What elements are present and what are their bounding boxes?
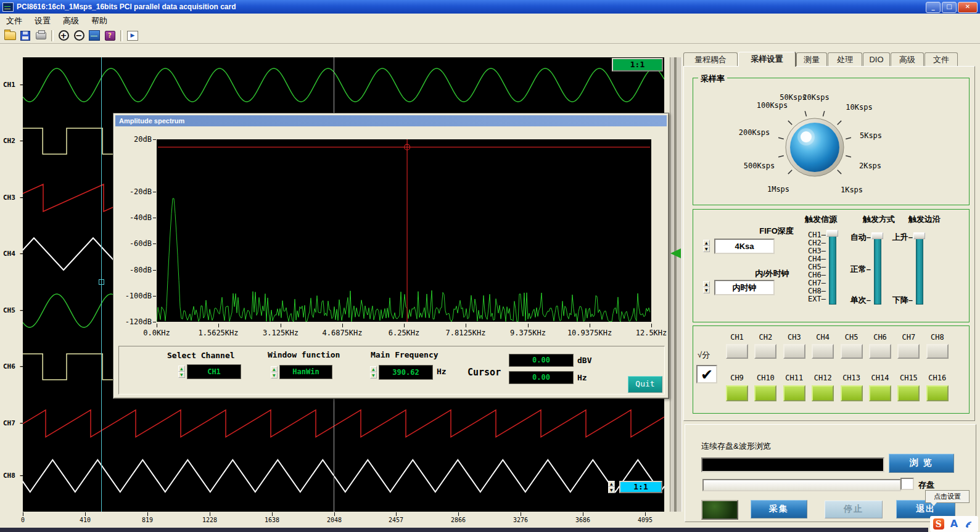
channel-button-ch7[interactable] <box>897 344 920 359</box>
channel-button-ch13[interactable] <box>841 385 863 401</box>
storage-path-field[interactable] <box>701 457 884 472</box>
maximize-icon[interactable]: □ <box>942 2 957 13</box>
storage-title: 连续存盘&波形浏览 <box>701 441 771 452</box>
spectrum-x-tick-label: 1.5625KHz <box>191 329 246 337</box>
trigger-level-arrow-icon[interactable] <box>670 248 681 258</box>
channel-button-ch9[interactable] <box>726 385 748 401</box>
trigger-edge-slider-handle[interactable] <box>913 232 925 239</box>
minimize-icon[interactable]: _ <box>926 2 941 13</box>
window-function-spinner[interactable]: ▲▼ <box>271 366 278 379</box>
quit-button[interactable]: Quit <box>628 376 662 393</box>
scope-x-tick <box>396 512 397 516</box>
spectrum-x-tick <box>218 324 219 327</box>
signal-icon[interactable] <box>964 518 975 530</box>
trigger-source-item-ch8[interactable]: CH8– <box>788 287 826 295</box>
knob-tick <box>846 155 851 157</box>
spectrum-y-tick <box>153 296 156 297</box>
dialog-titlebar[interactable]: Amplitude spectrum <box>115 115 667 126</box>
menu-settings[interactable]: 设置 <box>28 14 57 28</box>
channel-button-ch12[interactable] <box>812 385 834 401</box>
spectrum-y-tick <box>153 322 156 322</box>
toolbar-separator <box>120 30 123 41</box>
help-button[interactable]: ? <box>102 29 117 43</box>
trigger-mode-item[interactable]: 自动– <box>833 232 871 243</box>
trigger-edge-item[interactable]: 上升– <box>875 232 913 243</box>
zoom-out-button[interactable]: − <box>72 29 86 43</box>
channel-button-ch8[interactable] <box>926 344 949 359</box>
trigger-edge-slider[interactable] <box>916 235 923 305</box>
channel-button-ch6[interactable] <box>869 344 891 359</box>
scope-x-tick-label: 1638 <box>257 517 287 523</box>
tab-sampling-settings[interactable]: 采样设置 <box>738 52 796 67</box>
trigger-source-item-ch5[interactable]: CH5– <box>788 263 826 271</box>
channel-button-ch11[interactable] <box>783 385 805 401</box>
channel-button-ch15[interactable] <box>897 385 920 401</box>
channel-button-ch14[interactable] <box>869 385 891 401</box>
clock-source-spinner[interactable]: ▲▼ <box>703 281 710 293</box>
trigger-edge-item[interactable]: 下降– <box>875 295 913 306</box>
channel-button-ch4[interactable] <box>812 344 834 359</box>
browse-button[interactable]: 浏 览 <box>889 454 954 473</box>
main-frequency-spinner[interactable]: ▲▼ <box>370 366 377 379</box>
acquire-button[interactable]: 采集 <box>751 500 807 518</box>
select-channel-spinner[interactable]: ▲▼ <box>178 366 185 378</box>
trigger-source-item-ch7[interactable]: CH7– <box>788 279 826 287</box>
spectrum-x-tick-label: 7.8125KHz <box>438 329 493 337</box>
trigger-source-item-ch4[interactable]: CH4– <box>788 255 826 263</box>
scope-zoom-spinner[interactable]: ▲▼ <box>608 481 615 493</box>
spectrum-noise-trace <box>157 198 650 322</box>
save-button[interactable] <box>18 29 33 43</box>
spectrum-window-button[interactable] <box>87 29 102 43</box>
tab-file[interactable]: 文件 <box>924 52 958 66</box>
trigger-source-item-ch6[interactable]: CH6– <box>788 271 826 279</box>
knob-tick <box>838 170 841 174</box>
menubar: 文件 设置 高级 帮助 <box>0 14 980 28</box>
channel-button-ch3[interactable] <box>783 344 805 359</box>
clock-source-field[interactable]: 内时钟 <box>714 280 775 295</box>
letter-a-icon[interactable]: A <box>950 518 958 530</box>
sogou-s-icon[interactable]: S <box>933 518 944 530</box>
window-title: PCI8616:16ch_1Msps_16bits PCI parallel d… <box>17 2 236 11</box>
channel-button-ch2[interactable] <box>754 344 776 359</box>
zoom-in-button[interactable]: + <box>56 29 71 43</box>
print-button[interactable] <box>33 29 48 43</box>
run-button[interactable]: ▶ <box>125 29 140 43</box>
spinner-up-icon[interactable]: ▲ <box>608 481 615 487</box>
spectrum-x-tick <box>466 324 466 327</box>
menu-file[interactable]: 文件 <box>0 14 28 28</box>
scope-scrollbar[interactable] <box>670 57 682 512</box>
trigger-mode-item[interactable]: 单次– <box>833 295 871 306</box>
menu-advanced[interactable]: 高级 <box>57 14 85 28</box>
fifo-depth-spinner[interactable]: ▲▼ <box>703 240 710 252</box>
select-channel-value[interactable]: CH1 <box>187 364 241 379</box>
tab-range-coupling[interactable]: 量程耦合 <box>683 52 738 66</box>
channel-button-ch16[interactable] <box>926 385 949 401</box>
channel-button-ch10[interactable] <box>754 385 776 401</box>
open-file-button[interactable] <box>2 29 17 43</box>
window-function-label: Window function <box>268 350 340 359</box>
save-checkbox[interactable] <box>900 478 914 490</box>
sample-rate-group-title: 采样率 <box>698 73 727 84</box>
menu-help[interactable]: 帮助 <box>85 14 113 28</box>
trigger-mode-item[interactable]: 正常– <box>833 264 871 275</box>
fifo-depth-field[interactable]: 4Ksa <box>714 239 775 254</box>
close-icon[interactable]: ✕ <box>958 2 978 13</box>
tab-advanced[interactable]: 高级 <box>891 52 924 66</box>
trigger-source-item-ch2[interactable]: CH2– <box>788 239 826 247</box>
spectrum-y-tick <box>153 218 156 218</box>
spinner-down-icon[interactable]: ▼ <box>608 487 615 493</box>
channel-button-ch1[interactable] <box>726 344 748 359</box>
window-function-value[interactable]: HanWin <box>279 365 332 379</box>
main-frequency-value[interactable]: 390.62 <box>379 365 433 380</box>
spectrum-x-tick <box>157 324 157 327</box>
tab-process[interactable]: 处理 <box>828 52 862 66</box>
scope-cursor-handle[interactable] <box>99 279 104 285</box>
trigger-source-item-ch3[interactable]: CH3– <box>788 247 826 255</box>
trigger-source-item-ch1[interactable]: CH1– <box>788 231 826 239</box>
channel-button-ch5[interactable] <box>841 344 863 359</box>
tab-dio[interactable]: DIO <box>863 52 890 66</box>
trigger-source-item-ext[interactable]: EXT– <box>788 295 826 303</box>
spectrum-y-tick-label: -40dB <box>116 213 152 222</box>
split-mode-checkbox[interactable]: ✔ <box>696 365 717 383</box>
tab-measure[interactable]: 测量 <box>796 52 827 66</box>
